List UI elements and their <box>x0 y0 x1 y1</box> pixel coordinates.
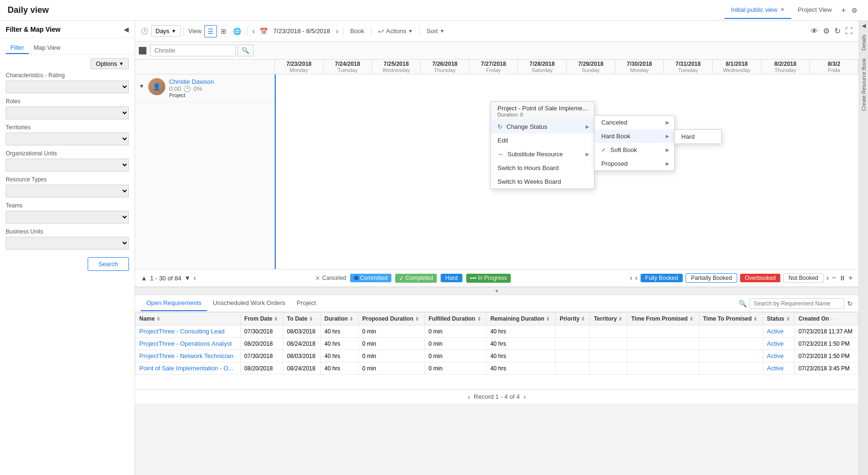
date-picker-button[interactable]: 📅 <box>258 26 270 37</box>
record-prev-button[interactable]: ‹ <box>468 393 470 401</box>
col-fulfilled-duration[interactable]: Fulfilled Duration ⇕ <box>425 313 486 325</box>
col-time-to-promised[interactable]: Time To Promised ⇕ <box>699 313 763 325</box>
collapse-button[interactable]: ▲ <box>141 274 147 282</box>
prev-date-button[interactable]: ‹ <box>250 25 256 37</box>
col-from-date[interactable]: From Date ⇕ <box>240 313 283 325</box>
tab-initial-public-view[interactable]: Initial public view ✕ <box>724 1 791 19</box>
submenu-item-hard-book[interactable]: Hard Book ▶ Hard <box>595 129 674 143</box>
filter-select-3[interactable] <box>6 159 129 171</box>
col-proposed-duration[interactable]: Proposed Duration ⇕ <box>358 313 425 325</box>
submenu-item-canceled[interactable]: Canceled ▶ <box>595 116 674 129</box>
bottom-search-icon-button[interactable]: 🔍 <box>739 300 747 307</box>
req-link-2[interactable]: ProjectThree - Network Technician <box>139 352 233 359</box>
filter-select-4[interactable] <box>6 185 129 197</box>
book-button[interactable]: Book <box>346 26 368 36</box>
submenu-item-soft-book[interactable]: ✓ Soft Book ▶ <box>595 143 674 157</box>
cell-rem-2: 40 hrs <box>486 350 555 362</box>
filter-select-6[interactable] <box>6 237 129 250</box>
tab-project[interactable]: Project <box>291 296 321 311</box>
status-link-2[interactable]: Active <box>767 352 784 359</box>
resource-name[interactable]: Christie Dawson <box>169 78 214 85</box>
req-link-0[interactable]: ProjectThree - Consulting Lead <box>139 328 225 335</box>
record-next-button[interactable]: › <box>524 393 526 401</box>
context-menu-item-change-status[interactable]: ↻ Change Status ▶ <box>491 120 594 134</box>
context-menu-item-edit[interactable]: Edit <box>491 134 594 147</box>
col-status[interactable]: Status ⇕ <box>763 313 795 325</box>
refresh-button[interactable]: ↻ <box>832 25 842 37</box>
context-menu-item-switch-weeks[interactable]: Switch to Weeks Board <box>491 175 594 188</box>
pause-button[interactable]: ⏸ <box>839 274 846 282</box>
filter-select-5[interactable] <box>6 211 129 224</box>
filter-select-0[interactable] <box>6 81 129 93</box>
zoom-out-button[interactable]: − <box>832 274 836 282</box>
settings-tab-button[interactable]: ⚙ <box>849 5 860 16</box>
details-label[interactable]: Details <box>861 31 867 54</box>
prev-booking-button[interactable]: ‹ <box>635 274 637 282</box>
zoom-in-button[interactable]: + <box>849 274 853 282</box>
sort-icon-territory: ⇕ <box>618 316 622 322</box>
bottom-toggle[interactable]: ▼ <box>135 287 859 295</box>
schedule-mode-button[interactable]: 🕐 <box>139 26 150 36</box>
sort-button[interactable]: Sort ▼ <box>423 26 448 36</box>
list-view-button[interactable]: ☰ <box>204 25 217 37</box>
expand-button[interactable]: ▼ <box>184 274 191 282</box>
col-created-on[interactable]: Created On ↑ <box>795 313 859 325</box>
cell-prop-1: 0 min <box>358 338 425 350</box>
req-link-1[interactable]: ProjectThree - Operations Analyst <box>139 340 232 347</box>
map-view-button[interactable]: 🌐 <box>230 26 244 37</box>
substitute-arrow-icon: ▶ <box>586 152 589 157</box>
search-button[interactable]: Search <box>88 257 129 271</box>
tab-unscheduled-work-orders[interactable]: Unscheduled Work Orders <box>207 296 291 311</box>
bottom-refresh-button[interactable]: ↻ <box>847 300 853 307</box>
tab-open-requirements[interactable]: Open Requirements <box>141 296 207 311</box>
col-duration[interactable]: Duration ⇕ <box>320 313 358 325</box>
add-tab-button[interactable]: + <box>839 4 849 17</box>
submenu-item-proposed[interactable]: Proposed ▶ <box>595 157 674 170</box>
next-page-button[interactable]: › <box>630 274 632 282</box>
fullscreen-button[interactable]: ⛶ <box>843 25 855 37</box>
req-link-3[interactable]: Point of Sale Implementation - O... <box>139 365 234 372</box>
context-menu-duration: Duration: 0 <box>497 112 588 117</box>
sidebar-collapse-button[interactable]: ◀ <box>124 26 129 33</box>
settings-button[interactable]: ⚙ <box>821 25 832 37</box>
next-date-button[interactable]: › <box>334 25 340 37</box>
context-menu-item-substitute-resource[interactable]: ↔ Substitute Resource ▶ <box>491 147 594 161</box>
options-button[interactable]: Options ▼ <box>90 58 129 69</box>
grid-view-button[interactable]: ⊞ <box>218 26 229 37</box>
next-booking-button[interactable]: › <box>826 274 829 282</box>
tab-close-icon[interactable]: ✕ <box>780 7 785 13</box>
toolbar-divider-3 <box>343 27 344 36</box>
collapse-right-button[interactable]: ◀ <box>861 21 867 31</box>
resource-search-input[interactable] <box>150 45 235 56</box>
status-link-3[interactable]: Active <box>767 365 784 372</box>
eye-icon-button[interactable]: 👁 <box>809 25 820 37</box>
filter-select-1[interactable] <box>6 107 129 119</box>
cell-to-2: 08/03/2018 <box>283 350 320 362</box>
cell-tfp-0 <box>627 325 699 338</box>
filter-select-2[interactable] <box>6 133 129 145</box>
resource-item-0: ▼ 👤 Christie Dawson 0:00 🕐 0% Project <box>135 74 274 102</box>
context-menu-item-switch-hours[interactable]: Switch to Hours Board <box>491 161 594 175</box>
actions-button[interactable]: ⮐ Actions ▼ <box>374 26 417 36</box>
bottom-search-input[interactable] <box>750 298 844 309</box>
col-priority[interactable]: Priority ⇕ <box>556 313 590 325</box>
tab-filter[interactable]: Filter <box>6 42 29 54</box>
col-to-date[interactable]: To Date ⇕ <box>283 313 320 325</box>
col-territory[interactable]: Territory ⇕ <box>590 313 627 325</box>
days-mode-button[interactable]: Days ▼ <box>151 25 181 37</box>
tab-project-view[interactable]: Project View <box>791 1 839 19</box>
col-remaining-duration[interactable]: Remaining Duration ⇕ <box>486 313 555 325</box>
status-link-1[interactable]: Active <box>767 340 784 347</box>
tab-map-view[interactable]: Map View <box>29 42 65 54</box>
resource-search-button[interactable]: 🔍 <box>237 45 253 56</box>
resource-expand-icon[interactable]: ▼ <box>139 83 145 90</box>
day-3: Thursday <box>421 67 469 73</box>
subsub-item-hard[interactable]: Hard <box>675 130 721 143</box>
filter-label-0: Characteristics - Rating <box>6 72 129 79</box>
col-name[interactable]: Name ⇕ <box>136 313 241 325</box>
status-link-0[interactable]: Active <box>767 328 784 335</box>
prev-page-button[interactable]: ‹ <box>194 274 196 282</box>
filter-label-4: Resource Types <box>6 176 129 183</box>
create-resource-book-label[interactable]: Create Resource Book <box>861 54 867 115</box>
col-time-from-promised[interactable]: Time From Promised ⇕ <box>627 313 699 325</box>
